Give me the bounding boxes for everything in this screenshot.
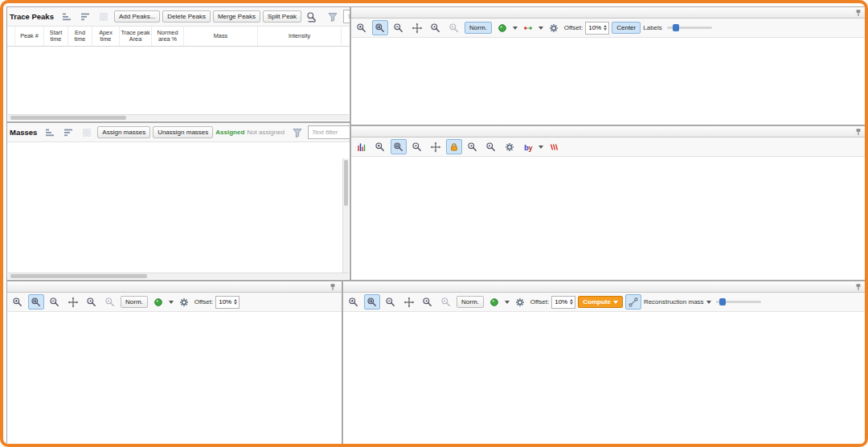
norm-button[interactable]: Norm.: [121, 296, 148, 308]
dropdown-caret-icon[interactable]: [513, 27, 518, 30]
add-peaks-button[interactable]: Add Peaks...: [114, 10, 160, 23]
gear-icon[interactable]: [512, 294, 528, 310]
horizontal-scrollbar[interactable]: [8, 273, 349, 279]
dropdown-caret-icon[interactable]: [538, 146, 543, 149]
zoom-prev-icon[interactable]: [420, 294, 436, 310]
zoom-next-icon: [102, 294, 118, 310]
column-header[interactable]: Normed area %: [152, 27, 184, 46]
trace-plot-panel: Norm.Offset:10%CenterLabels: [350, 6, 868, 125]
fragment-marks-icon[interactable]: [546, 139, 562, 154]
decon-toolbar: Norm.Offset:10%ComputeReconstruction mas…: [343, 293, 867, 312]
zoom-in-icon[interactable]: [372, 139, 388, 154]
dropdown-caret-icon[interactable]: [538, 27, 543, 30]
zoom-in-icon[interactable]: [354, 20, 370, 35]
svg-text:y: y: [529, 143, 533, 151]
dropdown-caret-icon[interactable]: [706, 301, 711, 304]
sort-ascending-icon[interactable]: [42, 125, 58, 140]
text-filter-input[interactable]: [310, 128, 350, 137]
trace-plot-toolbar: Norm.Offset:10%CenterLabels: [351, 18, 867, 38]
zoom-in-icon[interactable]: [10, 294, 26, 310]
trace-plot-canvas[interactable]: [351, 38, 867, 125]
zoom-in-icon[interactable]: [346, 294, 362, 310]
gear-icon[interactable]: [176, 294, 192, 310]
dropdown-caret-icon[interactable]: [505, 301, 510, 304]
column-header[interactable]: Intensity: [258, 27, 342, 46]
offset-spinner[interactable]: 10%: [215, 296, 240, 309]
pin-icon[interactable]: [853, 7, 864, 18]
spectrum-icon[interactable]: [354, 139, 370, 154]
pin-icon[interactable]: [327, 281, 338, 292]
zoom-box-icon[interactable]: [391, 139, 407, 154]
center-button[interactable]: Center: [612, 22, 641, 34]
lock-icon[interactable]: [446, 139, 462, 154]
green-ball-icon[interactable]: [494, 20, 510, 35]
zoom-box-icon[interactable]: [28, 294, 44, 310]
pin-icon[interactable]: [853, 281, 864, 292]
by-ions-icon[interactable]: by: [520, 139, 536, 154]
unassign-masses-button[interactable]: Unassign masses: [153, 126, 213, 138]
reconstruct-icon[interactable]: [625, 294, 641, 310]
offset-spinner[interactable]: 10%: [585, 22, 609, 35]
pin-icon[interactable]: [853, 126, 864, 137]
column-header[interactable]: End time: [68, 27, 92, 46]
panel-title: Trace Peaks: [10, 12, 54, 21]
pan-icon[interactable]: [65, 294, 81, 310]
zoom-out-icon[interactable]: [391, 20, 407, 35]
column-header[interactable]: Peak #: [15, 27, 44, 46]
norm-button[interactable]: Norm.: [465, 22, 492, 34]
deconvolved-mass-canvas[interactable]: [343, 312, 867, 447]
assigned-filter-toggle[interactable]: Assigned: [215, 129, 244, 136]
sort-descending-icon[interactable]: [60, 125, 76, 140]
sort-descending-icon[interactable]: [77, 9, 93, 24]
gear-icon[interactable]: [546, 20, 562, 35]
ms1-plot-canvas[interactable]: [7, 312, 342, 447]
delete-peaks-button[interactable]: Delete Peaks: [162, 10, 211, 23]
pin-icon[interactable]: [853, 7, 864, 18]
compute-button[interactable]: Compute: [578, 296, 623, 308]
pin-icon[interactable]: [853, 281, 864, 292]
reconstruction-mass-slider[interactable]: [716, 301, 761, 303]
dropdown-caret-icon[interactable]: [169, 301, 174, 304]
column-header[interactable]: Start time: [44, 27, 68, 46]
pan-icon[interactable]: [401, 294, 417, 310]
pin-icon[interactable]: [853, 126, 864, 137]
horizontal-scrollbar[interactable]: [8, 114, 349, 121]
ms2-toolbar: by: [351, 137, 867, 157]
pin-icon[interactable]: [327, 281, 338, 292]
merge-peaks-button[interactable]: Merge Peaks: [213, 10, 260, 23]
zoom-prev-icon[interactable]: [84, 294, 100, 310]
column-header[interactable]: Apex time: [92, 27, 120, 46]
zoom-out-icon[interactable]: [409, 139, 425, 154]
zoom-box-icon[interactable]: [372, 20, 388, 35]
offset-spinner[interactable]: 10%: [551, 296, 575, 309]
filter-funnel-icon[interactable]: [325, 9, 341, 24]
gear-icon[interactable]: [502, 139, 518, 154]
zoom-prev-icon[interactable]: [465, 139, 481, 154]
norm-button[interactable]: Norm.: [457, 296, 484, 308]
column-header[interactable]: Mass: [184, 27, 258, 46]
column-header[interactable]: Trace peak Area: [120, 27, 152, 46]
labels-slider[interactable]: [667, 27, 712, 29]
text-filter-box: [343, 10, 350, 23]
vertical-scrollbar[interactable]: [342, 158, 349, 273]
split-peak-button[interactable]: Split Peak: [263, 10, 301, 23]
zoom-to-peak-icon[interactable]: [304, 9, 320, 24]
zoom-box-icon[interactable]: [364, 294, 380, 310]
trace-markers-icon[interactable]: [520, 20, 536, 35]
trace-peaks-table: Peak #Start timeEnd timeApex timeTrace p…: [7, 27, 350, 47]
zoom-next-icon: [438, 294, 454, 310]
zoom-prev-icon[interactable]: [428, 20, 444, 35]
pan-icon[interactable]: [409, 20, 425, 35]
assign-masses-button[interactable]: Assign masses: [97, 126, 150, 138]
not-assigned-filter-toggle[interactable]: Not assigned: [247, 129, 285, 136]
green-ball-icon[interactable]: [150, 294, 166, 310]
zoom-out-icon[interactable]: [383, 294, 399, 310]
pan-icon[interactable]: [428, 139, 444, 154]
zoom-out-icon[interactable]: [47, 294, 63, 310]
zoom-next-icon[interactable]: [483, 139, 499, 154]
ms2-plot-canvas[interactable]: [351, 157, 867, 281]
green-ball-icon[interactable]: [486, 294, 502, 310]
masses-panel: MassesAssign massesUnassign massesAssign…: [6, 122, 350, 281]
filter-funnel-icon[interactable]: [289, 125, 305, 140]
sort-ascending-icon[interactable]: [59, 9, 75, 24]
